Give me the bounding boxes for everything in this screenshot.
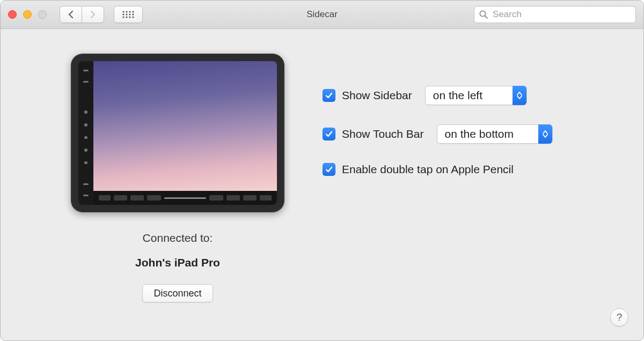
check-icon — [325, 165, 333, 174]
svg-point-1 — [126, 11, 127, 12]
minimize-window-button[interactable] — [23, 10, 32, 19]
popup-steppers-icon — [513, 86, 526, 105]
svg-point-11 — [132, 16, 134, 18]
nav-segment — [60, 6, 104, 23]
svg-point-6 — [129, 13, 130, 15]
disconnect-button[interactable]: Disconnect — [142, 284, 213, 302]
ipad-preview — [71, 54, 284, 212]
show-sidebar-popup[interactable]: on the left — [425, 86, 527, 105]
double-tap-row: Enable double tap on Apple Pencil — [323, 163, 611, 176]
svg-point-2 — [129, 11, 130, 12]
traffic-lights — [8, 10, 47, 19]
help-icon: ? — [617, 312, 623, 323]
ipad-wallpaper-preview — [93, 61, 277, 191]
search-icon — [479, 10, 488, 19]
show-touchbar-checkbox[interactable] — [323, 128, 335, 140]
options-column: Show Sidebar on the left Show Touch Bar … — [285, 54, 611, 340]
back-button[interactable] — [60, 6, 82, 23]
show-all-button[interactable] — [114, 6, 143, 23]
popup-steppers-icon — [538, 124, 552, 144]
check-icon — [325, 130, 333, 138]
show-sidebar-value: on the left — [433, 89, 482, 102]
show-touchbar-row: Show Touch Bar on the bottom — [323, 124, 611, 144]
ipad-touchbar-preview — [93, 191, 277, 205]
svg-point-8 — [122, 16, 124, 18]
search-field[interactable] — [474, 6, 636, 23]
show-touchbar-value: on the bottom — [445, 128, 514, 140]
search-input[interactable] — [492, 9, 631, 20]
titlebar: Sidecar — [1, 1, 643, 29]
svg-point-0 — [122, 11, 124, 12]
double-tap-label: Enable double tap on Apple Pencil — [342, 163, 514, 176]
grid-icon — [122, 11, 134, 18]
svg-point-4 — [122, 13, 124, 15]
svg-point-5 — [126, 13, 127, 15]
window-title: Sidecar — [306, 9, 338, 20]
chevron-left-icon — [68, 10, 74, 19]
close-window-button[interactable] — [8, 10, 17, 19]
svg-point-3 — [132, 11, 134, 12]
connected-to-label: Connected to: — [143, 232, 213, 244]
ipad-sidebar-preview — [78, 61, 93, 205]
device-name: John's iPad Pro — [135, 256, 220, 269]
chevron-right-icon — [90, 10, 96, 19]
show-sidebar-checkbox[interactable] — [323, 89, 335, 102]
svg-point-9 — [126, 16, 127, 18]
show-touchbar-label: Show Touch Bar — [342, 128, 424, 140]
check-icon — [325, 91, 333, 100]
device-column: Connected to: John's iPad Pro Disconnect — [70, 54, 285, 340]
svg-point-7 — [132, 13, 134, 15]
svg-point-10 — [129, 16, 130, 18]
svg-line-13 — [485, 16, 488, 19]
zoom-window-button[interactable] — [38, 10, 47, 19]
show-sidebar-row: Show Sidebar on the left — [323, 86, 611, 105]
ipad-screen-preview — [93, 61, 277, 205]
show-touchbar-popup[interactable]: on the bottom — [437, 124, 553, 144]
preferences-window: Sidecar — [0, 0, 644, 341]
show-sidebar-label: Show Sidebar — [342, 89, 412, 102]
help-button[interactable]: ? — [610, 308, 628, 327]
double-tap-checkbox[interactable] — [323, 163, 335, 176]
content-area: Connected to: John's iPad Pro Disconnect… — [1, 29, 643, 340]
forward-button[interactable] — [82, 6, 104, 23]
